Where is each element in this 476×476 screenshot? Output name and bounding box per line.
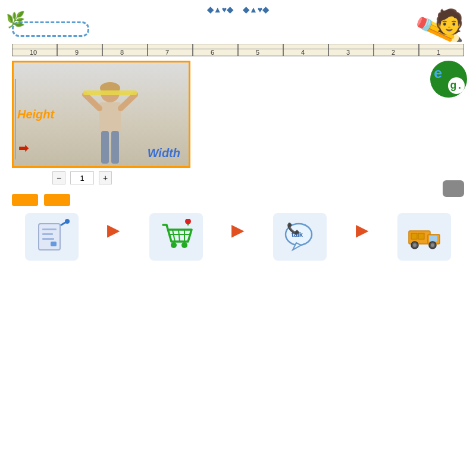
svg-text:4: 4	[301, 49, 305, 56]
arrow-1: ▶	[107, 220, 120, 240]
svg-rect-32	[42, 228, 57, 230]
quantity-price-row: − +	[0, 168, 476, 206]
svg-rect-33	[42, 233, 53, 235]
piece-badge-container	[443, 171, 464, 206]
width-label: Width	[148, 146, 180, 160]
step-2-svg	[158, 219, 194, 255]
svg-line-26	[85, 95, 99, 108]
step-4-svg	[406, 219, 442, 255]
svg-rect-52	[429, 236, 437, 242]
piece-badge	[443, 180, 464, 197]
svg-point-43	[181, 242, 187, 248]
height-arrow	[15, 78, 16, 161]
quantity-input[interactable]	[70, 171, 94, 184]
action-buttons	[12, 190, 437, 206]
svg-point-37	[65, 219, 70, 224]
quantity-row: − +	[12, 171, 437, 184]
step-2-icon	[149, 213, 203, 261]
svg-rect-31	[39, 224, 60, 250]
step-1-icon	[25, 213, 79, 261]
step-4	[397, 213, 451, 264]
quantity-decrease-button[interactable]: −	[52, 171, 65, 184]
svg-rect-29	[101, 131, 109, 164]
person-silhouette	[80, 80, 140, 166]
svg-rect-35	[51, 242, 57, 246]
eg-dot: g.	[448, 77, 465, 94]
svg-rect-25	[99, 102, 121, 132]
svg-text:5: 5	[256, 49, 259, 56]
svg-text:3: 3	[346, 49, 350, 56]
svg-text:9: 9	[75, 49, 79, 56]
stick-figure: 🧑	[434, 8, 464, 36]
height-label: Height	[17, 108, 54, 121]
svg-point-56	[431, 243, 434, 247]
step-3: talk 📞	[273, 213, 327, 264]
svg-text:8: 8	[120, 49, 124, 56]
ruler: // rendered below via JS 10 9 8 7 6 5 4 …	[0, 44, 476, 60]
measure-image-box: Height Width ➡	[12, 61, 190, 168]
svg-line-27	[121, 95, 135, 108]
warm-tips-section: 🌿 ✏️ 🧑	[0, 17, 476, 37]
svg-line-40	[178, 230, 180, 242]
eg-badge: e g.	[430, 61, 467, 98]
svg-rect-30	[111, 131, 119, 164]
svg-point-54	[413, 243, 416, 247]
svg-rect-57	[411, 233, 417, 239]
add-to-cart-button[interactable]	[44, 194, 70, 206]
header-deco-right: ◆▲♥◆	[243, 5, 269, 14]
step-3-svg: talk 📞	[282, 219, 318, 255]
svg-point-42	[171, 242, 177, 248]
svg-point-45	[185, 219, 191, 224]
eg-e: e	[434, 63, 442, 86]
svg-text:📞: 📞	[287, 222, 300, 235]
step-1	[25, 213, 79, 264]
svg-text:10: 10	[30, 49, 37, 56]
quantity-price-left: − +	[12, 171, 437, 206]
svg-text:2: 2	[392, 49, 395, 56]
svg-rect-28	[83, 90, 137, 95]
step-2	[149, 213, 203, 264]
arrow-3: ▶	[356, 220, 369, 240]
ruler-svg: // rendered below via JS 10 9 8 7 6 5 4 …	[12, 44, 464, 57]
quantity-increase-button[interactable]: +	[99, 171, 112, 184]
price-title	[0, 37, 476, 43]
process-section: ▶ ▶	[0, 206, 476, 264]
width-arrow: ➡	[18, 141, 29, 155]
leaf-deco: 🌿	[6, 11, 25, 29]
page-header: ◆▲♥◆ ◆▲♥◆	[0, 0, 476, 17]
buy-now-button[interactable]	[12, 194, 38, 206]
svg-rect-34	[42, 238, 54, 240]
main-content-area: Height Width ➡ e g.	[0, 61, 476, 168]
svg-text:6: 6	[211, 49, 214, 56]
step-4-icon	[397, 213, 451, 261]
svg-line-39	[173, 230, 175, 242]
svg-rect-58	[418, 233, 424, 239]
process-steps: ▶ ▶	[12, 213, 464, 264]
step-3-icon: talk 📞	[273, 213, 327, 261]
step-1-svg	[34, 219, 70, 255]
svg-text:7: 7	[165, 49, 169, 56]
arrow-2: ▶	[231, 220, 245, 240]
header-deco-left: ◆▲♥◆	[207, 5, 233, 14]
